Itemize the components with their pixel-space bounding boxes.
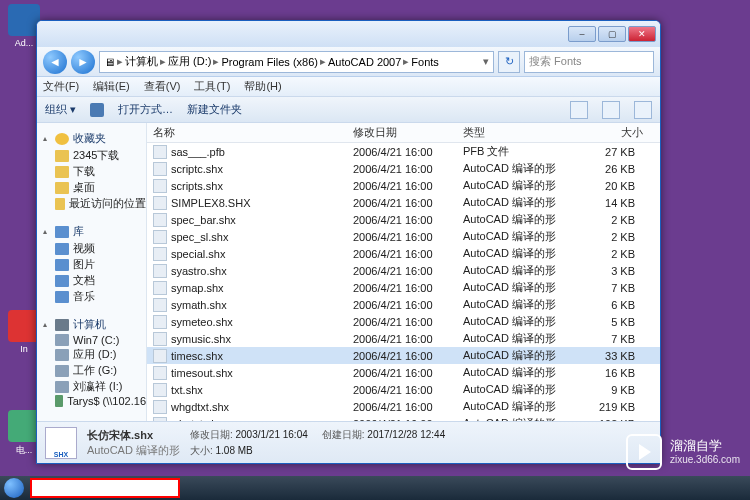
sidebar-item[interactable]: 桌面 [55, 180, 146, 195]
organize-menu[interactable]: 组织 ▾ [45, 102, 76, 117]
sidebar-item[interactable]: 2345下载 [55, 148, 146, 163]
toolbar: 组织 ▾ 打开方式… 新建文件夹 [37, 97, 660, 123]
col-date[interactable]: 修改日期 [353, 125, 463, 140]
view-options-button[interactable] [570, 101, 588, 119]
file-row[interactable]: special.shx2006/4/21 16:00AutoCAD 编译的形2 … [147, 245, 660, 262]
file-list: 名称 修改日期 类型 大小 sas___.pfb2006/4/21 16:00P… [147, 123, 660, 421]
watermark: 溜溜自学 zixue.3d66.com [626, 434, 740, 470]
menu-edit[interactable]: 编辑(E) [93, 79, 130, 94]
minimize-button[interactable]: – [568, 26, 596, 42]
explorer-window: – ▢ ✕ ◄ ► 🖥 ▸计算机 ▸应用 (D:) ▸Program Files… [36, 20, 661, 464]
status-type: AutoCAD 编译的形 [87, 443, 180, 458]
file-row[interactable]: whgdtxt.shx2006/4/21 16:00AutoCAD 编译的形21… [147, 398, 660, 415]
search-input[interactable]: 搜索 Fonts [524, 51, 654, 73]
star-icon [55, 133, 69, 145]
status-filename: 长仿宋体.shx [87, 429, 153, 441]
sidebar-favorites[interactable]: ▴收藏夹 [43, 131, 146, 146]
file-row[interactable]: SIMPLEX8.SHX2006/4/21 16:00AutoCAD 编译的形1… [147, 194, 660, 211]
sidebar-item[interactable]: 应用 (D:) [55, 347, 146, 362]
menubar: 文件(F) 编辑(E) 查看(V) 工具(T) 帮助(H) [37, 77, 660, 97]
col-name[interactable]: 名称 [153, 125, 353, 140]
menu-tools[interactable]: 工具(T) [194, 79, 230, 94]
file-list-body[interactable]: sas___.pfb2006/4/21 16:00PFB 文件27 KBscri… [147, 143, 660, 421]
sidebar-computer[interactable]: ▴计算机 [43, 317, 146, 332]
sidebar: ▴收藏夹 2345下载 下载 桌面 最近访问的位置 ▴库 视频 图片 文档 音乐… [37, 123, 147, 421]
titlebar: – ▢ ✕ [37, 21, 660, 47]
file-row[interactable]: scriptc.shx2006/4/21 16:00AutoCAD 编译的形26… [147, 160, 660, 177]
new-folder-button[interactable]: 新建文件夹 [187, 102, 242, 117]
refresh-button[interactable]: ↻ [498, 51, 520, 73]
sidebar-item[interactable]: 下载 [55, 164, 146, 179]
status-bar: SHX 长仿宋体.shx AutoCAD 编译的形 修改日期: 2003/1/2… [37, 421, 660, 463]
sidebar-item[interactable]: 音乐 [55, 289, 146, 304]
file-thumbnail: SHX [45, 427, 77, 459]
file-row[interactable]: syastro.shx2006/4/21 16:00AutoCAD 编译的形3 … [147, 262, 660, 279]
sidebar-item[interactable]: 图片 [55, 257, 146, 272]
computer-icon: 🖥 [104, 56, 115, 68]
sidebar-item[interactable]: 刘瀛祥 (I:) [55, 379, 146, 394]
file-row[interactable]: spec_sl.shx2006/4/21 16:00AutoCAD 编译的形2 … [147, 228, 660, 245]
sidebar-item[interactable]: 工作 (G:) [55, 363, 146, 378]
file-row[interactable]: txt.shx2006/4/21 16:00AutoCAD 编译的形9 KB [147, 381, 660, 398]
file-row[interactable]: symusic.shx2006/4/21 16:00AutoCAD 编译的形7 … [147, 330, 660, 347]
navbar: ◄ ► 🖥 ▸计算机 ▸应用 (D:) ▸Program Files (x86)… [37, 47, 660, 77]
sidebar-item[interactable]: 文档 [55, 273, 146, 288]
sidebar-item[interactable]: 最近访问的位置 [55, 196, 146, 211]
computer-icon [55, 319, 69, 331]
col-type[interactable]: 类型 [463, 125, 583, 140]
col-size[interactable]: 大小 [583, 125, 643, 140]
library-icon [55, 226, 69, 238]
taskbar-highlight[interactable] [30, 478, 180, 498]
forward-button[interactable]: ► [71, 50, 95, 74]
file-row[interactable]: symeteo.shx2006/4/21 16:00AutoCAD 编译的形5 … [147, 313, 660, 330]
open-with-button[interactable]: 打开方式… [118, 102, 173, 117]
file-row[interactable]: timesc.shx2006/4/21 16:00AutoCAD 编译的形33 … [147, 347, 660, 364]
sidebar-libraries[interactable]: ▴库 [43, 224, 146, 239]
file-row[interactable]: scripts.shx2006/4/21 16:00AutoCAD 编译的形20… [147, 177, 660, 194]
close-button[interactable]: ✕ [628, 26, 656, 42]
menu-file[interactable]: 文件(F) [43, 79, 79, 94]
preview-pane-button[interactable] [602, 101, 620, 119]
breadcrumb[interactable]: 🖥 ▸计算机 ▸应用 (D:) ▸Program Files (x86) ▸Au… [99, 51, 494, 73]
sidebar-item[interactable]: Win7 (C:) [55, 334, 146, 346]
play-icon [626, 434, 662, 470]
file-row[interactable]: timesout.shx2006/4/21 16:00AutoCAD 编译的形1… [147, 364, 660, 381]
sidebar-item[interactable]: Tarys$ (\\102.16 [55, 395, 146, 407]
file-row[interactable]: symap.shx2006/4/21 16:00AutoCAD 编译的形7 KB [147, 279, 660, 296]
chevron-down-icon[interactable]: ▾ [483, 55, 489, 68]
maximize-button[interactable]: ▢ [598, 26, 626, 42]
sidebar-item[interactable]: 视频 [55, 241, 146, 256]
column-headers: 名称 修改日期 类型 大小 [147, 123, 660, 143]
file-row[interactable]: symath.shx2006/4/21 16:00AutoCAD 编译的形6 K… [147, 296, 660, 313]
help-button[interactable] [634, 101, 652, 119]
file-row[interactable]: spec_bar.shx2006/4/21 16:00AutoCAD 编译的形2… [147, 211, 660, 228]
menu-help[interactable]: 帮助(H) [244, 79, 281, 94]
start-button[interactable] [4, 478, 24, 498]
include-icon[interactable] [90, 103, 104, 117]
taskbar [0, 476, 750, 500]
file-row[interactable]: sas___.pfb2006/4/21 16:00PFB 文件27 KB [147, 143, 660, 160]
back-button[interactable]: ◄ [43, 50, 67, 74]
menu-view[interactable]: 查看(V) [144, 79, 181, 94]
